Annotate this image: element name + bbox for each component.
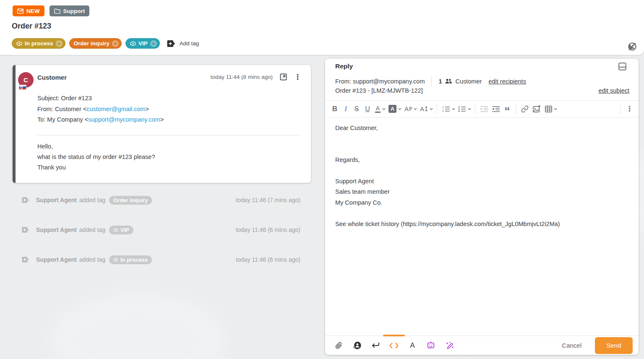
ticket-header: NEW Support Order #123 In process × Orde… — [0, 0, 644, 55]
collapse-editor-icon[interactable] — [618, 62, 626, 70]
department-badge[interactable]: Support — [50, 5, 90, 16]
toolbar-divider — [621, 104, 621, 114]
message-accent-bar — [13, 65, 16, 183]
reply-arrow-icon[interactable] — [367, 337, 384, 354]
background-cloud — [50, 294, 227, 359]
ai-assist-icon[interactable] — [441, 337, 458, 354]
message-subject: Subject: Order #123 — [37, 93, 164, 104]
insert-table-button[interactable] — [543, 102, 558, 116]
event-agent: Support Agent — [36, 256, 77, 263]
tag-plus-icon — [22, 226, 29, 233]
event-tag-pill: Order inquiry — [109, 196, 152, 205]
message-header-actions: today 11:44 (8 mins ago) ⋮ — [211, 73, 301, 81]
unordered-list-button[interactable] — [456, 102, 472, 116]
background-color-button[interactable]: A — [386, 102, 402, 116]
edit-subject-link[interactable]: edit subject — [599, 87, 629, 94]
tag-remove-icon[interactable]: × — [56, 40, 63, 47]
insert-image-button[interactable] — [531, 102, 543, 116]
vertical-divider — [431, 76, 432, 86]
reply-editor[interactable]: Dear Customer, Regards, Support Agent Sa… — [325, 117, 639, 336]
canned-message-icon[interactable] — [349, 337, 365, 354]
add-tag-label: Add tag — [180, 40, 199, 47]
strikethrough-button[interactable]: S — [351, 102, 362, 116]
eye-icon — [113, 258, 118, 262]
font-color-button[interactable]: A — [373, 102, 386, 116]
event-tag-pill: In process — [109, 255, 152, 264]
event-row: Support Agent added tag VIP today 11:46 … — [13, 224, 311, 236]
reply-title: Reply — [335, 62, 353, 70]
event-action: added tag — [79, 226, 105, 233]
customer-message-card: C Customer today 11:44 (8 mins ago) ⋮ Su… — [13, 65, 311, 183]
from-email-link[interactable]: customer@gmail.com — [86, 106, 145, 112]
tag-remove-icon[interactable]: × — [150, 40, 157, 47]
chevron-down-icon — [452, 108, 455, 110]
code-view-icon[interactable] — [386, 337, 402, 354]
toolbar-divider — [475, 104, 475, 114]
status-badge-label: NEW — [26, 8, 40, 14]
event-row: Support Agent added tag Order inquiry to… — [13, 194, 311, 206]
tag-order-inquiry[interactable]: Order inquiry × — [69, 38, 122, 49]
event-timestamp: today 11:46 (7 mins ago) — [236, 197, 300, 203]
reply-from-email: support@mycompany.com — [353, 78, 425, 85]
event-action: added tag — [79, 256, 105, 263]
underline-button[interactable]: U — [362, 102, 373, 116]
folder-icon — [54, 8, 60, 14]
toolbar-more-icon[interactable]: ⋮ — [624, 102, 635, 116]
text-format-icon[interactable]: A — [404, 337, 421, 354]
chevron-down-icon — [468, 108, 471, 110]
insert-link-button[interactable] — [519, 102, 531, 116]
italic-button[interactable]: I — [340, 102, 351, 116]
tag-in-process[interactable]: In process × — [12, 38, 65, 49]
indent-button[interactable] — [490, 102, 502, 116]
tag-label: In process — [25, 40, 53, 47]
event-agent: Support Agent — [36, 226, 77, 233]
reply-subject: Order #123 - [LMZ-MJWTB-122] — [335, 87, 423, 94]
add-tag-button[interactable]: Add tag — [167, 40, 199, 47]
ordered-list-button[interactable]: 12 — [440, 102, 456, 116]
toolbar-divider — [437, 104, 437, 114]
tag-vip[interactable]: VIP × — [125, 38, 160, 49]
tag-remove-icon[interactable]: × — [112, 40, 119, 47]
recipient-name: Customer — [456, 78, 482, 85]
message-from-line: From: Customer <customer@gmail.com> — [37, 104, 164, 115]
event-timestamp: today 11:46 (6 mins ago) — [236, 256, 300, 263]
message-divider — [37, 135, 300, 135]
tag-label: VIP — [138, 40, 148, 47]
svg-text:1: 1 — [442, 106, 444, 109]
event-row: Support Agent added tag In process today… — [13, 253, 311, 266]
font-size-button[interactable]: A — [418, 102, 434, 116]
chat-bot-icon[interactable] — [422, 337, 439, 354]
open-in-new-icon[interactable] — [280, 73, 287, 81]
chevron-down-icon — [414, 108, 417, 110]
bold-button[interactable]: B — [329, 102, 340, 116]
eye-icon — [16, 42, 22, 46]
reply-from-label: From: — [335, 78, 351, 85]
viewers-off-icon[interactable] — [627, 42, 637, 52]
cancel-button[interactable]: Cancel — [555, 338, 588, 352]
formatting-toolbar: B I S U A A A A 12 — [325, 100, 639, 117]
message-body: Hello, what is the status of my order #1… — [37, 141, 155, 173]
attach-file-icon[interactable] — [330, 337, 347, 354]
outdent-button[interactable] — [478, 102, 490, 116]
reply-footer: A Cancel Send — [325, 336, 639, 355]
slovakia-flag-icon — [19, 85, 26, 90]
tag-plus-icon — [167, 40, 176, 47]
send-button[interactable]: Send — [595, 337, 633, 354]
event-action: added tag — [79, 197, 105, 203]
badge-row: NEW Support — [13, 5, 89, 16]
status-badge-new[interactable]: NEW — [13, 5, 44, 16]
blockquote-button[interactable]: “ — [502, 102, 513, 116]
reply-subject-row: Order #123 - [LMZ-MJWTB-122] edit subjec… — [335, 87, 629, 94]
tag-row: In process × Order inquiry × VIP × Add t… — [12, 38, 199, 49]
message-meta: Subject: Order #123 From: Customer <cust… — [37, 93, 164, 125]
edit-recipients-link[interactable]: edit recipients — [488, 78, 526, 85]
message-more-icon[interactable]: ⋮ — [294, 73, 301, 81]
chevron-down-icon — [554, 108, 557, 110]
font-family-button[interactable]: A — [402, 102, 418, 116]
reply-from-row: From: support@mycompany.com 1 Customer e… — [335, 76, 526, 86]
envelope-check-icon — [17, 8, 23, 14]
reply-panel: Reply From: support@mycompany.com 1 Cust… — [325, 59, 639, 355]
eye-icon — [130, 42, 136, 46]
to-email-link[interactable]: support@mycompany.com — [88, 116, 160, 123]
chevron-down-icon — [382, 108, 386, 110]
